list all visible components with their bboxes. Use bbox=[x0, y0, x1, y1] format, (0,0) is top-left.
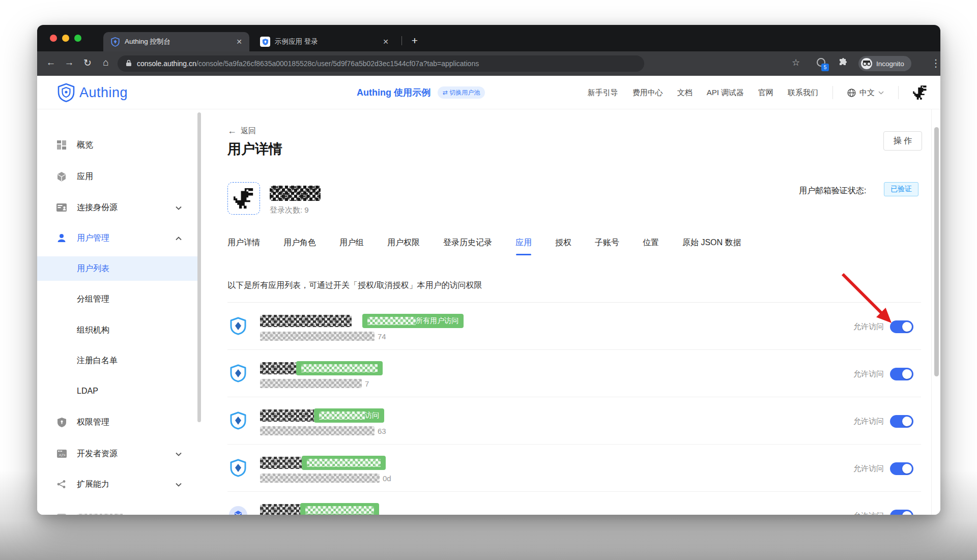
nav-guide[interactable]: 新手引导 bbox=[588, 88, 618, 98]
sidebar-item-group-management[interactable]: 分组管理 bbox=[37, 287, 201, 311]
sidebar-item-permission-management[interactable]: 权限管理 bbox=[37, 410, 201, 434]
url-path: /console/5a9fa26cf8635a000185528c/user/5… bbox=[196, 60, 479, 68]
tab-close-icon[interactable]: ✕ bbox=[383, 38, 389, 46]
page-scrollbar[interactable] bbox=[934, 127, 939, 376]
actions-button[interactable]: 操 作 bbox=[883, 131, 922, 151]
dino-avatar-image bbox=[234, 187, 254, 210]
sidebar-item-extensions[interactable]: 扩展能力 bbox=[37, 472, 201, 496]
language-selector[interactable]: 中文 bbox=[847, 88, 884, 98]
tab-user-permissions[interactable]: 用户权限 bbox=[387, 238, 420, 255]
authing-logo[interactable]: Authing bbox=[58, 76, 128, 109]
sidebar-item-clipped[interactable] bbox=[37, 505, 201, 515]
email-verified-badge: 已验证 bbox=[884, 182, 918, 196]
tab-title: 示例应用 登录 bbox=[275, 37, 383, 46]
app-subtitle: 7 bbox=[260, 379, 369, 388]
address-bar[interactable]: console.authing.cn/console/5a9fa26cf8635… bbox=[118, 55, 644, 72]
authing-logo-text: Authing bbox=[79, 85, 128, 101]
sidebar-item-identity-sources[interactable]: 连接身份源 bbox=[37, 195, 201, 220]
sidebar-item-label: 用户列表 bbox=[77, 263, 109, 274]
sidebar-item-label: 连接身份源 bbox=[77, 202, 118, 213]
sidebar-item-org-structure[interactable]: 组织机构 bbox=[37, 318, 201, 342]
tab-applications[interactable]: 应用 bbox=[515, 238, 532, 255]
nav-contact[interactable]: 联系我们 bbox=[788, 88, 818, 98]
access-scope-badge bbox=[296, 361, 383, 375]
browser-tab-sample-app[interactable]: 示例应用 登录 ✕ bbox=[253, 32, 396, 51]
tab-location[interactable]: 位置 bbox=[643, 238, 659, 255]
app-name-redacted bbox=[260, 504, 303, 515]
allow-access-toggle[interactable] bbox=[890, 368, 913, 380]
nav-billing[interactable]: 费用中心 bbox=[633, 88, 663, 98]
allow-access-label: 允许访问 bbox=[837, 322, 884, 332]
nav-website[interactable]: 官网 bbox=[758, 88, 773, 98]
minimize-window-button[interactable] bbox=[62, 35, 69, 42]
allow-access-toggle[interactable] bbox=[890, 510, 913, 515]
bookmark-star-icon[interactable]: ☆ bbox=[792, 57, 800, 68]
chevron-down-icon bbox=[176, 203, 182, 212]
allow-access-toggle[interactable] bbox=[890, 320, 913, 333]
nav-api-tester[interactable]: API 调试器 bbox=[707, 88, 744, 98]
sidebar-item-user-list[interactable]: 用户列表 bbox=[37, 256, 201, 281]
incognito-spy-icon bbox=[861, 58, 872, 69]
sidebar-item-label: 注册白名单 bbox=[77, 356, 118, 366]
close-window-button[interactable] bbox=[50, 35, 57, 42]
sidebar-item-registration-whitelist[interactable]: 注册白名单 bbox=[37, 348, 201, 373]
sidebar-item-ldap[interactable]: LDAP bbox=[37, 379, 201, 403]
back-link[interactable]: ← 返回 bbox=[227, 126, 256, 136]
badge-text: 访问 bbox=[365, 411, 379, 420]
sidebar-item-user-management[interactable]: 用户管理 bbox=[37, 226, 201, 250]
browser-menu-icon[interactable]: ⋮ bbox=[931, 57, 940, 69]
applications-description: 以下是所有应用列表，可通过开关「授权/取消授权」本用户的访问权限 bbox=[227, 280, 482, 291]
user-avatar[interactable] bbox=[227, 182, 260, 215]
app-subtitle: 74 bbox=[260, 332, 386, 341]
sidebar-scrollbar[interactable] bbox=[197, 112, 201, 422]
sidebar-item-overview[interactable]: 概览 bbox=[37, 133, 201, 157]
nav-docs[interactable]: 文档 bbox=[677, 88, 693, 98]
back-arrow-icon: ← bbox=[227, 126, 237, 136]
sidebar-item-applications[interactable]: 应用 bbox=[37, 164, 201, 189]
console-header: Authing Authing 使用示例 ⇄ 切换用户池 新手引导 费用中心 文… bbox=[37, 76, 940, 109]
access-scope-badge bbox=[300, 503, 379, 515]
browser-tab-authing-console[interactable]: Authing 控制台 ✕ bbox=[103, 32, 249, 51]
chevron-up-icon bbox=[176, 233, 182, 243]
app-row: 允许访问 bbox=[227, 492, 921, 515]
dino-avatar[interactable] bbox=[913, 85, 927, 100]
sidebar-item-label: 开发者资源 bbox=[77, 449, 118, 459]
subtitle-text: 7 bbox=[365, 379, 369, 388]
tab-login-history[interactable]: 登录历史记录 bbox=[443, 238, 492, 255]
tab-user-roles[interactable]: 用户角色 bbox=[283, 238, 316, 255]
allow-access-label: 允许访问 bbox=[837, 369, 884, 379]
extensions-puzzle-icon[interactable] bbox=[838, 58, 848, 70]
header-divider bbox=[832, 86, 833, 99]
tab-user-detail[interactable]: 用户详情 bbox=[227, 238, 260, 255]
tab-raw-json[interactable]: 原始 JSON 数据 bbox=[682, 238, 741, 255]
sidebar-item-label: 扩展能力 bbox=[77, 479, 109, 490]
allow-access-toggle[interactable] bbox=[890, 415, 913, 428]
tab-title: Authing 控制台 bbox=[125, 37, 236, 46]
app-shield-icon bbox=[229, 411, 247, 430]
sidebar-item-label: 应用 bbox=[77, 171, 93, 182]
tab-authorization[interactable]: 授权 bbox=[555, 238, 571, 255]
badge-redacted bbox=[319, 411, 365, 420]
tab-user-groups[interactable]: 用户组 bbox=[339, 238, 364, 255]
forward-icon[interactable]: → bbox=[63, 57, 76, 68]
incognito-label: Incognito bbox=[876, 60, 904, 68]
reload-icon[interactable]: ↻ bbox=[81, 57, 94, 69]
sidebar-item-developer-resources[interactable]: </> 开发者资源 bbox=[37, 441, 201, 466]
allow-access-toggle[interactable] bbox=[890, 462, 913, 475]
new-tab-button[interactable]: + bbox=[408, 34, 422, 48]
back-icon[interactable]: ← bbox=[44, 57, 58, 68]
user-icon bbox=[56, 233, 67, 243]
login-count: 登录次数: 9 bbox=[270, 205, 309, 215]
switch-userpool-button[interactable]: ⇄ 切换用户池 bbox=[438, 86, 485, 99]
zoom-window-button[interactable] bbox=[74, 35, 81, 42]
globe-icon bbox=[847, 89, 856, 97]
app-name-redacted bbox=[260, 362, 301, 374]
tab-sub-accounts[interactable]: 子账号 bbox=[595, 238, 619, 255]
tab-close-icon[interactable]: ✕ bbox=[236, 38, 242, 46]
page-title: 用户详情 bbox=[227, 140, 282, 158]
subtitle-text: 74 bbox=[378, 332, 386, 341]
home-icon[interactable]: ⌂ bbox=[99, 57, 112, 68]
app-name-redacted bbox=[260, 457, 306, 469]
tab-divider bbox=[401, 36, 402, 45]
workspace-name[interactable]: Authing 使用示例 bbox=[357, 86, 430, 99]
